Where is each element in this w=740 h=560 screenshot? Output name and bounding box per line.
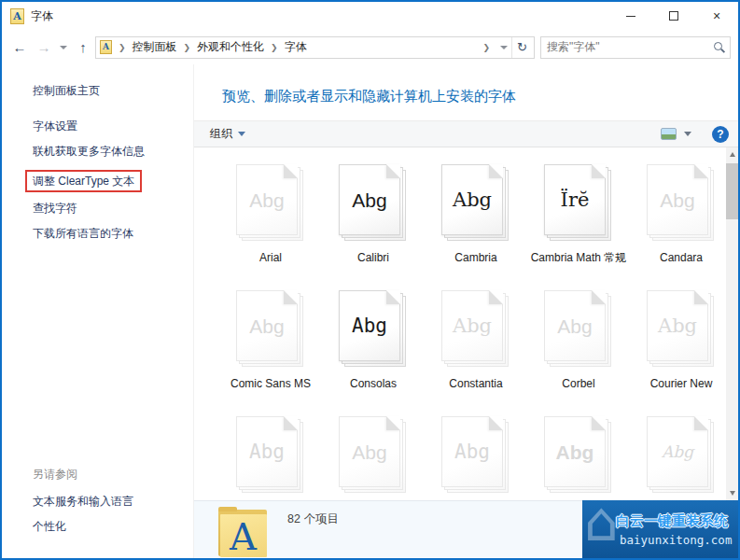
font-item[interactable]: Abg Franklin Gothic bbox=[527, 413, 630, 500]
sidebar-task-link[interactable]: 调整 ClearType 文本 bbox=[25, 170, 142, 192]
font-item[interactable]: Abg Consolas bbox=[322, 287, 425, 413]
font-preview-text: Abg bbox=[454, 442, 490, 462]
refresh-icon[interactable]: ↻ bbox=[511, 37, 532, 58]
font-file-icon: Abg bbox=[645, 416, 718, 495]
organize-button[interactable]: 组织 bbox=[210, 126, 245, 142]
font-file-icon: Abg bbox=[234, 290, 307, 369]
font-item[interactable]: Abg Corbel bbox=[527, 287, 630, 413]
watermark-url: baiyunxitong.com bbox=[620, 533, 732, 547]
scrollbar-thumb[interactable] bbox=[726, 163, 738, 219]
font-file-icon: Ïrĕ bbox=[542, 164, 615, 243]
breadcrumb-item[interactable]: ❯ 外观和个性化 bbox=[177, 39, 265, 55]
maximize-button[interactable] bbox=[652, 2, 695, 30]
sidebar-task-link[interactable]: 联机获取更多字体信息 bbox=[33, 145, 145, 158]
up-button[interactable]: ↑ bbox=[71, 39, 95, 55]
close-button[interactable]: × bbox=[695, 2, 738, 30]
font-item[interactable]: Abg Constantia bbox=[425, 287, 527, 413]
search-input[interactable]: 搜索"字体" bbox=[540, 36, 731, 59]
minimize-button[interactable] bbox=[609, 2, 652, 30]
font-file-icon: Abg bbox=[337, 416, 410, 495]
sidebar-task-list: 字体设置 联机获取更多字体信息 调整 ClearType 文本 查找字符 bbox=[33, 119, 193, 252]
sidebar-task-link[interactable]: 查找字符 bbox=[33, 202, 77, 215]
font-preview-sheet: Abg bbox=[236, 416, 298, 487]
font-preview-text: Abg bbox=[658, 316, 697, 336]
breadcrumb-separator-icon: ❯ bbox=[271, 43, 278, 52]
font-preview-sheet: Abg bbox=[441, 164, 503, 235]
sidebar-task-link[interactable]: 字体设置 bbox=[33, 119, 77, 133]
font-item[interactable]: Abg Cambria bbox=[425, 161, 527, 287]
sidebar-item-control-panel-home[interactable]: 控制面板主页 bbox=[33, 83, 193, 99]
font-file-icon: Abg bbox=[234, 416, 307, 495]
change-view-button[interactable] bbox=[661, 128, 677, 140]
address-dropdown-icon[interactable] bbox=[500, 46, 508, 49]
help-button[interactable]: ? bbox=[712, 126, 729, 143]
fonts-app-icon: A bbox=[10, 8, 24, 24]
font-name-label: Cambria bbox=[454, 251, 496, 265]
font-name-label: Comic Sans MS bbox=[230, 377, 311, 391]
font-name-label: Cambria Math 常规 bbox=[531, 251, 627, 265]
breadcrumb-separator-icon: ❯ bbox=[119, 43, 126, 52]
breadcrumb-trailing-chevron-icon[interactable]: ❯ bbox=[482, 43, 490, 52]
vertical-scrollbar[interactable] bbox=[726, 147, 738, 500]
scroll-up-icon[interactable] bbox=[726, 147, 738, 161]
font-item[interactable]: Abg Arial bbox=[219, 161, 322, 287]
see-also-link[interactable]: 文本服务和输入语言 bbox=[33, 495, 193, 508]
font-item[interactable]: Abg Courier New bbox=[630, 287, 726, 413]
breadcrumb-item[interactable]: ❯ 控制面板 bbox=[112, 39, 177, 55]
font-preview-text: Abg bbox=[660, 190, 694, 210]
font-item[interactable]: Abg Calibri bbox=[322, 161, 425, 287]
main-content: 预览、删除或者显示和隐藏计算机上安装的字体 组织 ? bbox=[193, 64, 738, 558]
see-also-link[interactable]: 个性化 bbox=[33, 520, 193, 533]
font-preview-sheet: Abg bbox=[236, 290, 298, 361]
fonts-location-icon: A bbox=[100, 40, 112, 54]
font-preview-text: Abg bbox=[249, 316, 284, 336]
font-item[interactable]: Abg Candara bbox=[630, 161, 726, 287]
font-item[interactable]: Abg Courier 常规 bbox=[219, 413, 322, 500]
breadcrumb-item[interactable]: ❯ 字体 bbox=[264, 39, 307, 55]
font-name-label: Corbel bbox=[562, 377, 594, 391]
font-preview-sheet: Ïrĕ bbox=[544, 164, 606, 235]
font-name-label: Constantia bbox=[449, 377, 502, 391]
font-preview-text: Abg bbox=[453, 190, 492, 210]
scroll-down-icon[interactable] bbox=[726, 486, 738, 500]
font-name-label: Calibri bbox=[357, 251, 389, 265]
back-button[interactable]: ← bbox=[7, 39, 32, 55]
font-file-icon: Abg bbox=[440, 416, 512, 495]
address-bar[interactable]: A ❯ 控制面板 ❯ 外观和个性化 ❯ 字体 bbox=[95, 36, 535, 59]
font-item[interactable]: Abg Fixedsys 常规 bbox=[425, 413, 527, 500]
font-preview-text: Abg bbox=[352, 316, 387, 336]
font-file-icon: Abg bbox=[234, 164, 307, 243]
house-logo-icon: ⌂ bbox=[584, 500, 619, 549]
font-file-icon: Abg bbox=[542, 290, 615, 369]
watermark: ⌂ 白云一键重装系统 baiyunxitong.com bbox=[582, 500, 738, 558]
font-item[interactable]: Abg Ebrima bbox=[322, 413, 425, 500]
font-grid: Abg Arial Abg bbox=[194, 147, 726, 500]
font-preview-text: Abg bbox=[352, 190, 386, 210]
font-preview-sheet: Abg bbox=[441, 416, 503, 487]
forward-button[interactable]: → bbox=[32, 39, 56, 55]
maximize-icon bbox=[669, 11, 678, 21]
breadcrumb-separator-icon: ❯ bbox=[184, 43, 191, 52]
see-also-header: 另请参阅 bbox=[33, 467, 193, 483]
history-dropdown-icon[interactable] bbox=[60, 46, 67, 49]
font-preview-sheet: Abg bbox=[236, 164, 298, 235]
font-file-icon: Abg bbox=[337, 164, 410, 243]
view-dropdown-icon[interactable] bbox=[684, 132, 691, 136]
sidebar: 控制面板主页 字体设置 联机获取更多字体信息 调整 ClearType 文本 bbox=[2, 64, 193, 558]
search-icon[interactable] bbox=[714, 42, 724, 52]
font-preview-text: Abg bbox=[249, 190, 284, 210]
font-item[interactable]: Abg Gabriola 常规 bbox=[630, 413, 726, 500]
font-preview-text: Ïrĕ bbox=[561, 190, 590, 210]
font-preview-text: Abg bbox=[352, 442, 386, 462]
font-file-icon: Abg bbox=[645, 164, 718, 243]
font-preview-sheet: Abg bbox=[339, 290, 400, 361]
font-item[interactable]: Abg Comic Sans MS bbox=[219, 287, 322, 413]
font-preview-sheet: Abg bbox=[647, 416, 708, 487]
sidebar-task-link[interactable]: 下载所有语言的字体 bbox=[33, 227, 133, 240]
font-file-icon: Abg bbox=[337, 290, 410, 369]
font-preview-sheet: Abg bbox=[441, 290, 503, 361]
font-name-label: Courier New bbox=[650, 377, 713, 391]
font-item[interactable]: Ïrĕ Cambria Math 常规 bbox=[527, 161, 630, 287]
font-file-icon: Abg bbox=[542, 416, 615, 495]
font-preview-text: Abg bbox=[662, 444, 693, 460]
